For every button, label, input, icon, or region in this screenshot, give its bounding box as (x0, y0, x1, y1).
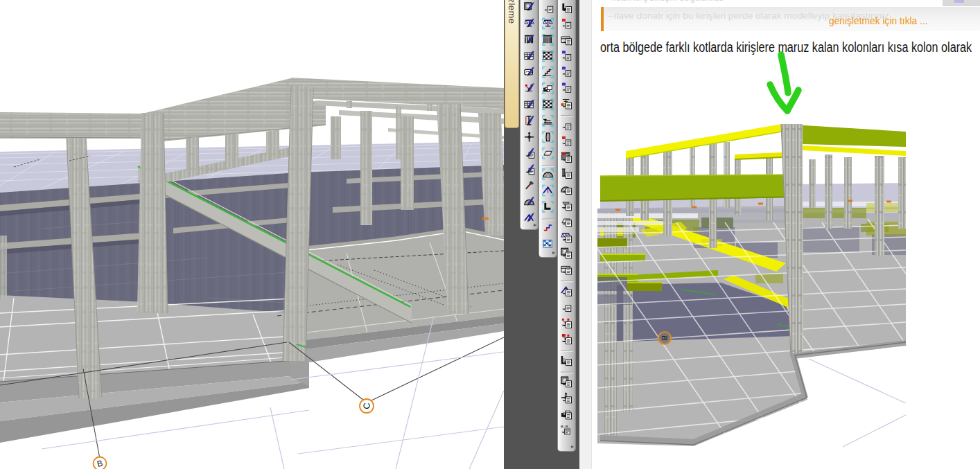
svg-text:C: C (361, 402, 372, 410)
